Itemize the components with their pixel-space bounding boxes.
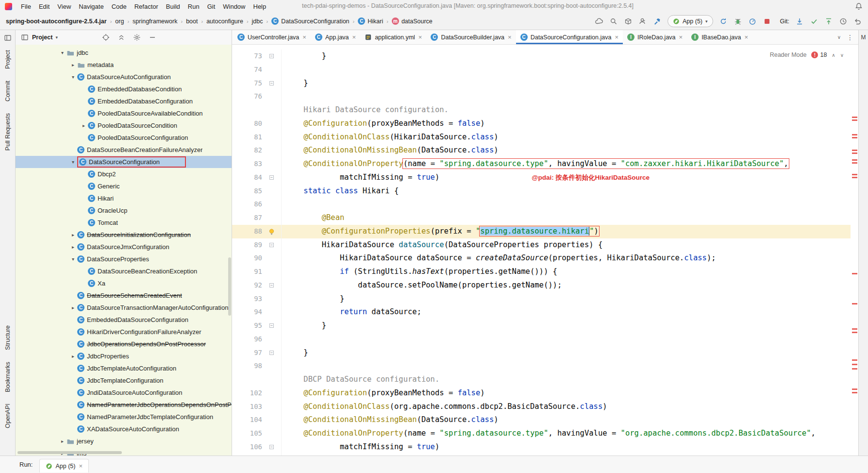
tree-item[interactable]: CGeneric xyxy=(16,180,232,192)
debug-icon[interactable] xyxy=(734,17,742,26)
code-line[interactable]: 87 @Bean xyxy=(232,211,858,225)
tool-button-pull-requests[interactable]: Pull Requests xyxy=(4,113,11,151)
cloud-icon[interactable] xyxy=(595,17,603,26)
search-icon[interactable] xyxy=(609,17,618,26)
breadcrumb-item[interactable]: mdataSource xyxy=(392,17,433,25)
error-stripe-mark[interactable] xyxy=(852,117,857,118)
tree-item[interactable]: ▸CDataSourceInitializationConfiguration xyxy=(16,229,232,241)
tree-item[interactable]: CTomcat xyxy=(16,217,232,229)
error-stripe-mark[interactable] xyxy=(852,137,857,138)
code-line[interactable]: 102 @Configuration(proxyBeanMethods = fa… xyxy=(232,387,858,400)
tree-item[interactable]: CEmbeddedDataSourceConfiguration xyxy=(16,314,232,326)
code-line[interactable]: 74 xyxy=(232,63,858,77)
error-stripe[interactable] xyxy=(851,45,858,456)
error-stripe-mark[interactable] xyxy=(852,159,857,161)
code-line[interactable]: 73− } xyxy=(232,50,858,63)
fold-marker-icon[interactable]: − xyxy=(269,175,274,180)
hammer-icon[interactable] xyxy=(653,17,662,26)
tree-item[interactable]: CPooledDataSourceConfiguration xyxy=(16,132,232,144)
menu-navigate[interactable]: Navigate xyxy=(75,1,107,12)
tree-item[interactable]: CEmbeddedDatabaseConfiguration xyxy=(16,95,232,107)
tree-collapse-arrow-icon[interactable]: ▾ xyxy=(69,159,77,165)
tree-item[interactable]: CDataSourceBeanCreationException xyxy=(16,265,232,277)
tree-item[interactable]: ▸CDataSourceTransactionManagerAutoConfig… xyxy=(16,302,232,314)
code-line[interactable]: Hikari DataSource configuration. xyxy=(232,103,858,117)
breadcrumb-item[interactable]: boot xyxy=(186,18,198,25)
tree-item[interactable]: CDataSourceSchemaCreatedEvent xyxy=(16,289,232,302)
close-icon[interactable]: × xyxy=(679,34,683,41)
error-stripe-mark[interactable] xyxy=(852,150,857,151)
tree-item[interactable]: CJdbcTemplateAutoConfiguration xyxy=(16,362,232,374)
tree-collapse-arrow-icon[interactable]: ▾ xyxy=(69,74,77,80)
git-commit-check-icon[interactable] xyxy=(810,17,818,26)
tree-item[interactable]: CHikari xyxy=(16,192,232,204)
close-icon[interactable]: × xyxy=(352,34,356,41)
tree-item[interactable]: ▸CDataSourceJmxConfiguration xyxy=(16,241,232,253)
code-line[interactable]: 92− dataSource.setPoolName(properties.ge… xyxy=(232,279,858,292)
error-stripe-mark[interactable] xyxy=(852,392,857,393)
error-stripe-mark[interactable] xyxy=(852,152,857,154)
tree-item[interactable]: ▸CJdbcProperties xyxy=(16,350,232,362)
error-stripe-mark[interactable] xyxy=(852,119,857,121)
code-line[interactable]: 96 xyxy=(232,333,858,346)
editor-tab[interactable]: CDataSourceBuilder.java× xyxy=(426,30,516,44)
tree-item[interactable]: CDbcp2 xyxy=(16,168,232,180)
rerun-icon[interactable] xyxy=(719,17,728,26)
tree-item[interactable]: ▾CDataSourceAutoConfiguration xyxy=(16,71,232,83)
tree-collapse-arrow-icon[interactable]: ▾ xyxy=(69,256,77,262)
run-tab[interactable]: App (5) × xyxy=(39,459,89,473)
code-line[interactable]: 107 static class Dbcp2 { xyxy=(232,454,858,456)
tree-item[interactable]: ▾CDataSourceConfiguration xyxy=(16,156,232,168)
error-stripe-mark[interactable] xyxy=(852,177,857,178)
fold-marker-icon[interactable]: − xyxy=(269,283,274,287)
stop-icon[interactable] xyxy=(763,17,771,26)
error-stripe-mark[interactable] xyxy=(852,328,857,330)
menu-build[interactable]: Build xyxy=(162,1,184,12)
menu-git[interactable]: Git xyxy=(203,1,219,12)
code-line[interactable]: 85 static class Hikari { xyxy=(232,185,858,198)
breadcrumb-item[interactable]: CDataSourceConfiguration xyxy=(271,17,349,25)
tree-expand-arrow-icon[interactable]: ▸ xyxy=(69,354,77,359)
code-line[interactable]: 88 @ConfigurationProperties(prefix = "sp… xyxy=(232,225,858,238)
code-line[interactable]: 84− matchIfMissing = true)@pdai: 按条件初始化H… xyxy=(232,171,858,185)
tool-button-structure[interactable]: Structure xyxy=(4,325,11,350)
fold-marker-icon[interactable]: − xyxy=(269,54,274,58)
history-icon[interactable] xyxy=(839,17,848,26)
breadcrumb-item[interactable]: jdbc xyxy=(252,18,263,25)
fold-marker-icon[interactable]: − xyxy=(269,445,274,449)
tree-item[interactable]: ▾jdbc xyxy=(16,47,232,59)
hide-icon[interactable] xyxy=(148,33,157,42)
editor-tab[interactable]: CUserController.java× xyxy=(233,30,311,44)
error-stripe-mark[interactable] xyxy=(852,273,857,274)
tree-expand-arrow-icon[interactable]: ▸ xyxy=(69,62,77,68)
code-line[interactable]: 97− } xyxy=(232,346,858,360)
error-stripe-mark[interactable] xyxy=(852,174,857,175)
code-line[interactable]: 103 @ConditionalOnClass(org.apache.commo… xyxy=(232,400,858,414)
menu-code[interactable]: Code xyxy=(108,1,131,12)
run-config-selector[interactable]: App (5) ▾ xyxy=(668,15,713,27)
inspections-widget[interactable]: ! 18 xyxy=(811,51,827,58)
error-stripe-mark[interactable] xyxy=(852,332,857,333)
code-line[interactable]: 75− } xyxy=(232,77,858,90)
editor-tab[interactable]: CApp.java× xyxy=(311,30,360,44)
menu-file[interactable]: File xyxy=(17,1,35,12)
editor-tab[interactable]: IIRoleDao.java× xyxy=(623,30,687,44)
error-stripe-mark[interactable] xyxy=(852,162,857,164)
error-stripe-mark[interactable] xyxy=(852,134,857,135)
code-line[interactable]: DBCP DataSource configuration. xyxy=(232,373,858,387)
close-icon[interactable]: × xyxy=(508,34,512,41)
code-line[interactable]: 94 return dataSource; xyxy=(232,305,858,319)
bell-icon[interactable] xyxy=(854,2,863,11)
code-line[interactable]: 81 @ConditionalOnClass(HikariDataSource.… xyxy=(232,131,858,144)
gear-icon[interactable] xyxy=(133,33,141,42)
code-line[interactable]: 93 } xyxy=(232,292,858,306)
tree-item[interactable]: CJndiDataSourceAutoConfiguration xyxy=(16,387,232,399)
close-icon[interactable]: × xyxy=(302,34,306,41)
code-line[interactable]: 98 xyxy=(232,359,858,373)
code-line[interactable]: 80 @Configuration(proxyBeanMethods = fal… xyxy=(232,117,858,131)
breadcrumb-item[interactable]: spring-boot-autoconfigure-2.5.4.jar xyxy=(6,18,107,25)
editor-tab[interactable]: IIBaseDao.java× xyxy=(687,30,752,44)
git-push-icon[interactable] xyxy=(824,17,833,26)
tree-item[interactable]: ▾CDataSourceProperties xyxy=(16,253,232,265)
code-line[interactable]: 95− } xyxy=(232,319,858,333)
